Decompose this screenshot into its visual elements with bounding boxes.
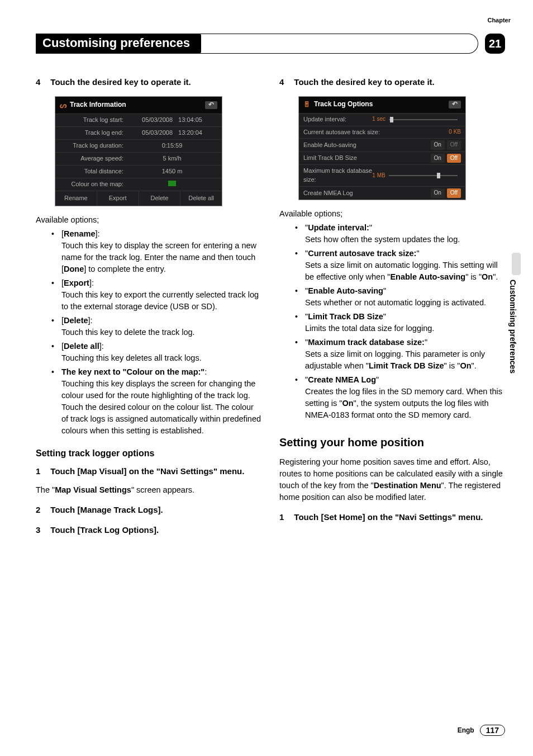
row-max-db-size: Maximum track database size: 1 MB — [299, 164, 465, 186]
header-frame: Customising preferences — [36, 34, 478, 54]
row-value: 5 km/h — [127, 154, 217, 163]
back-icon[interactable]: ↶ — [449, 101, 461, 108]
list-item: [Export]: Touch this key to export the c… — [61, 277, 261, 313]
left-step-2: 2 Touch [Manage Track Logs]. — [36, 504, 261, 516]
update-slider[interactable] — [389, 119, 458, 120]
list-item: The key next to "Colour on the map:": To… — [61, 366, 261, 437]
row-label: Colour on the map: — [60, 180, 127, 189]
chapter-text: Chapter — [487, 17, 511, 23]
row-label: Track log end: — [60, 129, 127, 138]
step-text: Touch [Set Home] on the "Navi Settings" … — [294, 511, 483, 523]
item-desc: Touch this key to delete the track log. — [61, 327, 261, 338]
row-label: Track log duration: — [60, 141, 127, 150]
item-key: Create NMEA Log — [308, 375, 376, 384]
left-step-1: 1 Touch [Map Visual] on the "Navi Settin… — [36, 465, 261, 496]
export-button[interactable]: Export — [97, 191, 139, 206]
item-key: Limit Track DB Size — [308, 312, 383, 321]
left-step-3: 3 Touch [Track Log Options]. — [36, 524, 261, 536]
step-text: Touch [Map Visual] on the "Navi Settings… — [50, 465, 244, 478]
row-value: 1450 m — [127, 167, 217, 176]
step-number: 2 — [36, 504, 40, 516]
page-header: Customising preferences 21 — [36, 34, 505, 54]
row-start: Track log start: 05/03/2008 13:04:05 — [55, 114, 222, 126]
row-label: Average speed: — [60, 154, 127, 163]
row-autosave-size: Current autosave track size: 0 KB — [299, 126, 465, 139]
sub-heading-track-logger: Setting track logger options — [36, 447, 261, 460]
item-key: Update interval: — [308, 223, 369, 232]
row-label: Enable Auto-saving — [303, 141, 431, 150]
footer-lang: Engb — [458, 726, 474, 734]
step-after: The "Map Visual Settings" screen appears… — [36, 484, 261, 496]
step-number: 1 — [279, 511, 284, 523]
row-update-interval: Update interval: 1 sec — [299, 113, 465, 126]
right-options-list: "Update interval:" Sets how often the sy… — [279, 222, 505, 421]
list-item: [Delete all]: Touching this key deletes … — [61, 341, 261, 364]
screenshot-header: ᔕ Track Information ↶ — [55, 97, 222, 114]
row-label: Limit Track DB Size — [303, 154, 431, 163]
item-desc: Touching this key deletes all track logs… — [61, 352, 261, 364]
db-slider[interactable] — [389, 175, 458, 176]
item-key: Maximum track database size: — [308, 338, 425, 347]
row-nmea: Create NMEA Log On Off — [299, 186, 465, 200]
row-date: 05/03/2008 — [142, 129, 173, 138]
row-label: Maximum track database size: — [303, 167, 372, 185]
left-column: 4 Touch the desired key to operate it. ᔕ… — [36, 76, 261, 544]
item-desc: Sets whether or not automatic logging is… — [305, 297, 505, 309]
step-number: 4 — [36, 76, 40, 88]
row-end: Track log end: 05/03/2008 13:20:04 — [55, 126, 222, 139]
step-text: Touch [Track Log Options]. — [50, 524, 159, 536]
step-text: Touch the desired key to operate it. — [50, 76, 191, 88]
delete-button[interactable]: Delete — [139, 191, 181, 206]
screenshot-title: Track Information — [70, 100, 126, 110]
toggle-autosave[interactable]: On Off — [431, 140, 461, 150]
list-item: [Delete]: Touch this key to delete the t… — [61, 315, 261, 338]
track-info-screenshot: ᔕ Track Information ↶ Track log start: 0… — [55, 96, 222, 206]
section-heading-home: Setting your home position — [279, 434, 505, 451]
screenshot-header: 🎚 Track Log Options ↶ — [299, 97, 465, 113]
rename-button[interactable]: Rename — [55, 191, 97, 206]
item-key: Delete all — [64, 342, 99, 351]
toggle-nmea[interactable]: On Off — [431, 188, 461, 198]
item-desc: Touch this key to export the currently s… — [61, 289, 261, 313]
item-key: Rename — [64, 229, 95, 238]
item-desc: Sets a size limit on automatic logging. … — [305, 259, 505, 283]
item-key: Enable Auto-saving — [308, 286, 383, 295]
available-options-label: Available options; — [279, 208, 505, 220]
row-value: 1 sec — [372, 115, 386, 124]
list-item: "Update interval:" Sets how often the sy… — [305, 222, 505, 245]
item-desc: Touch this key to display the screen for… — [61, 240, 261, 275]
row-value: 0:15:59 — [127, 141, 217, 150]
right-column: 4 Touch the desired key to operate it. 🎚… — [279, 76, 505, 544]
item-desc: Sets a size limit on logging. This param… — [305, 348, 505, 372]
row-date: 05/03/2008 — [142, 116, 173, 125]
row-label: Update interval: — [303, 115, 372, 124]
row-time: 13:20:04 — [178, 129, 202, 138]
row-duration: Track log duration: 0:15:59 — [55, 139, 222, 152]
available-options-label: Available options; — [36, 214, 261, 226]
item-key: Delete — [64, 316, 88, 325]
back-icon[interactable]: ↶ — [205, 101, 217, 109]
row-distance: Total distance: 1450 m — [55, 165, 222, 178]
route-icon: ᔕ — [60, 100, 66, 111]
row-enable-autosave: Enable Auto-saving On Off — [299, 138, 465, 152]
row-speed: Average speed: 5 km/h — [55, 152, 222, 165]
screenshot-buttons: Rename Export Delete Delete all — [55, 191, 222, 206]
row-value: 1 MB — [372, 172, 385, 180]
colour-swatch[interactable] — [168, 181, 176, 186]
chapter-label: Chapter — [487, 17, 511, 23]
row-colour: Colour on the map: — [55, 178, 222, 191]
toggle-limit-db[interactable]: On Off — [431, 154, 461, 163]
track-log-options-screenshot: 🎚 Track Log Options ↶ Update interval: 1… — [298, 96, 466, 200]
row-value: 0 KB — [449, 128, 461, 136]
item-desc: Sets how often the system updates the lo… — [305, 234, 505, 245]
settings-icon: 🎚 — [303, 100, 311, 110]
right-step-1: 1 Touch [Set Home] on the "Navi Settings… — [279, 511, 505, 523]
item-key: Current autosave track size: — [308, 249, 416, 258]
step-number: 4 — [279, 76, 284, 88]
left-step-4: 4 Touch the desired key to operate it. — [36, 76, 261, 88]
side-tab-indicator — [512, 253, 521, 275]
home-para: Registering your home position saves tim… — [279, 456, 505, 503]
right-step-4: 4 Touch the desired key to operate it. — [279, 76, 505, 88]
delete-all-button[interactable]: Delete all — [180, 191, 222, 206]
chapter-number-badge: 21 — [485, 34, 505, 54]
